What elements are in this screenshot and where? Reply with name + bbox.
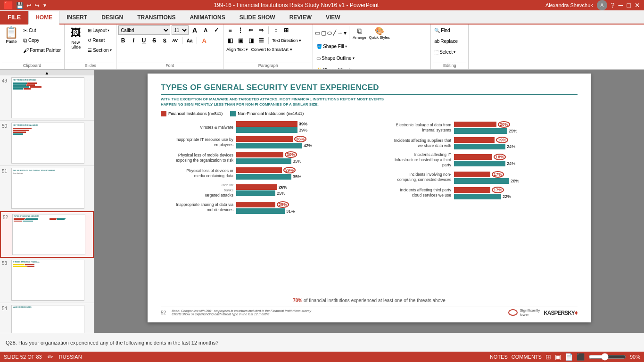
layout-button[interactable]: ⊞ Layout ▾ [86, 25, 113, 35]
clipboard-group: 📋 Paste ✂ Cut ⧉ Copy 🖌 Format Painter Cl… [0, 25, 65, 69]
view-normal[interactable]: ⊞ [545, 353, 551, 361]
slide-thumb-54[interactable]: 54 MAIN CONSEQUENCES [0, 303, 94, 333]
char-spacing-button[interactable]: AV [170, 36, 180, 45]
numbered-list-button[interactable]: ⋮ [236, 25, 245, 35]
tab-transitions[interactable]: TRANSITIONS [130, 11, 182, 24]
slide-thumb-52[interactable]: 52 TYPES OF GENERAL SECURITY [0, 211, 94, 258]
slide-container[interactable]: TYPES OF GENERAL SECURITY EVENT EXPERIEN… [148, 74, 591, 322]
slide-thumb-53[interactable]: 53 THREATS AFFECTING FINANCIAL [0, 258, 94, 303]
tab-review[interactable]: REVIEW [282, 11, 319, 24]
ribbon: 📋 Paste ✂ Cut ⧉ Copy 🖌 Format Painter Cl… [0, 25, 644, 70]
format-painter-button[interactable]: 🖌 Format Painter [22, 45, 62, 55]
slide-thumb-49[interactable]: 49 KEY PERCEIVED DRIVING [0, 75, 94, 121]
section-dropdown[interactable]: ▾ [110, 48, 112, 52]
left-chart: Viruses & malware 39% 39% [161, 121, 367, 296]
line-spacing-button[interactable]: ↕ [271, 25, 281, 35]
quick-styles-button[interactable]: 🎨 Quick Styles [368, 25, 391, 41]
notes-bar[interactable]: Q28. Has your organization experienced a… [0, 333, 644, 352]
tab-design[interactable]: DESIGN [94, 11, 130, 24]
text-direction-button[interactable]: Text Direction ▾ [271, 37, 302, 44]
layout-dropdown[interactable]: ▾ [107, 28, 109, 33]
edit-icon[interactable]: ✏ [48, 353, 53, 361]
tab-animations[interactable]: ANIMATIONS [183, 11, 232, 24]
cut-button[interactable]: ✂ Cut [22, 25, 62, 35]
paste-button[interactable]: 📋 Paste [2, 25, 21, 62]
underline-button[interactable]: U [139, 36, 149, 45]
rectangle-shape[interactable]: ▭ [315, 30, 320, 36]
tab-file[interactable]: FILE [0, 11, 28, 24]
rounded-rect-shape[interactable]: ▢ [321, 30, 326, 36]
tab-insert[interactable]: INSERT [59, 11, 94, 24]
shape-fill-dropdown[interactable]: ▾ [345, 44, 347, 49]
close-button[interactable]: ✕ [635, 1, 640, 9]
font-color-button[interactable]: A [199, 36, 209, 45]
more-shapes[interactable]: ▾ [344, 30, 347, 36]
slide-preview-53: THREATS AFFECTING FINANCIAL [11, 260, 84, 301]
shadow-button[interactable]: S [160, 36, 169, 45]
italic-button[interactable]: I [129, 36, 138, 45]
strikethrough-button[interactable]: S [149, 36, 159, 45]
increase-indent-button[interactable]: ⇒ [256, 25, 266, 35]
reset-button[interactable]: ↺ Reset [86, 35, 113, 45]
bar-nfi-sharing [236, 208, 285, 214]
arrange-button[interactable]: ⧉ Arrange [352, 26, 367, 41]
font-size-select[interactable]: 11 [172, 25, 189, 35]
bold-button[interactable]: B [118, 36, 128, 45]
font-name-select[interactable]: Calibri [118, 25, 170, 35]
align-left-button[interactable]: ◧ [225, 36, 235, 45]
decrease-font-button[interactable]: A [201, 25, 210, 35]
align-center-button[interactable]: ▣ [236, 36, 245, 45]
view-reading[interactable]: 📄 [565, 353, 573, 361]
comments-button[interactable]: COMMENTS [512, 354, 542, 360]
bar-nfi-suppliers [454, 144, 505, 149]
oval-shape[interactable]: ⬭ [327, 30, 332, 36]
replace-button[interactable]: ab Replace [433, 36, 459, 46]
right-chart: Electronic leakage of data frominternal … [372, 121, 578, 296]
shape-fill-button[interactable]: 🪣 Shape Fill ▾ [315, 41, 356, 51]
new-slide-icon: 🖼 [71, 27, 81, 39]
align-text-button[interactable]: Align Text ▾ [225, 46, 249, 53]
clear-format-button[interactable]: ✓ [212, 25, 221, 35]
view-presenter[interactable]: ⬛ [577, 353, 585, 361]
chart-row-it-resource: Inappropriate IT resource use byemployee… [161, 136, 367, 148]
help-button[interactable]: ? [611, 1, 615, 9]
slide-thumb-50[interactable]: 50 KEY PERCEIVED MALWARE [0, 121, 94, 166]
new-slide-button[interactable]: 🖼 NewSlide [66, 25, 85, 51]
arrow-shape[interactable]: → [337, 30, 343, 36]
line-shape[interactable]: ╱ [333, 30, 336, 36]
justify-button[interactable]: ☰ [256, 36, 266, 45]
maximize-button[interactable]: □ [627, 1, 631, 9]
quick-undo[interactable]: ↩ [26, 2, 32, 9]
notes-button[interactable]: NOTES [490, 354, 508, 360]
view-slide-sorter[interactable]: ▣ [555, 353, 561, 361]
select-button[interactable]: ⬚ Select ▾ [433, 47, 457, 57]
customize-quick-access[interactable]: ▼ [42, 3, 47, 8]
zoom-slider[interactable] [588, 354, 626, 360]
slide-thumb-51[interactable]: 51 THE REALITY OF THE THREAT ENVIRONMENT… [0, 166, 94, 211]
tab-home[interactable]: HOME [28, 11, 59, 25]
shape-outline-button[interactable]: ▭ Shape Outline ▾ [315, 53, 356, 63]
section-button[interactable]: ☰ Section ▾ [86, 45, 113, 55]
select-dropdown[interactable]: ▾ [454, 50, 455, 54]
decrease-indent-button[interactable]: ⇐ [246, 25, 256, 35]
tab-view[interactable]: VIEW [319, 11, 347, 24]
shape-outline-dropdown[interactable]: ▾ [353, 56, 355, 60]
columns-button[interactable]: ⊞ [281, 25, 291, 35]
shape-effects-button[interactable]: ✨ Shape Effects ▾ [315, 65, 356, 70]
chart-row-noncomputing: Incidents involving non-computing, conne… [372, 171, 578, 184]
change-case-button[interactable]: Aa [185, 36, 194, 45]
find-button[interactable]: 🔍 Find [433, 25, 451, 35]
cut-icon: ✂ [23, 27, 28, 34]
tab-slideshow[interactable]: SLIDE SHOW [232, 11, 282, 24]
quick-redo[interactable]: ↪ [34, 2, 40, 9]
bullet-list-button[interactable]: ≡ [225, 25, 235, 35]
scroll-up-arrow[interactable]: ▲ [45, 70, 50, 75]
increase-font-button[interactable]: A [190, 25, 199, 35]
quick-save[interactable]: 💾 [16, 2, 24, 9]
select-icon: ⬚ [434, 49, 438, 55]
align-right-button[interactable]: ◨ [246, 36, 256, 45]
convert-to-smartart-button[interactable]: Convert to SmartArt ▾ [250, 46, 293, 53]
minimize-button[interactable]: ─ [619, 1, 623, 9]
zoom-level: 90% [630, 354, 640, 360]
copy-button[interactable]: ⧉ Copy [22, 35, 62, 45]
